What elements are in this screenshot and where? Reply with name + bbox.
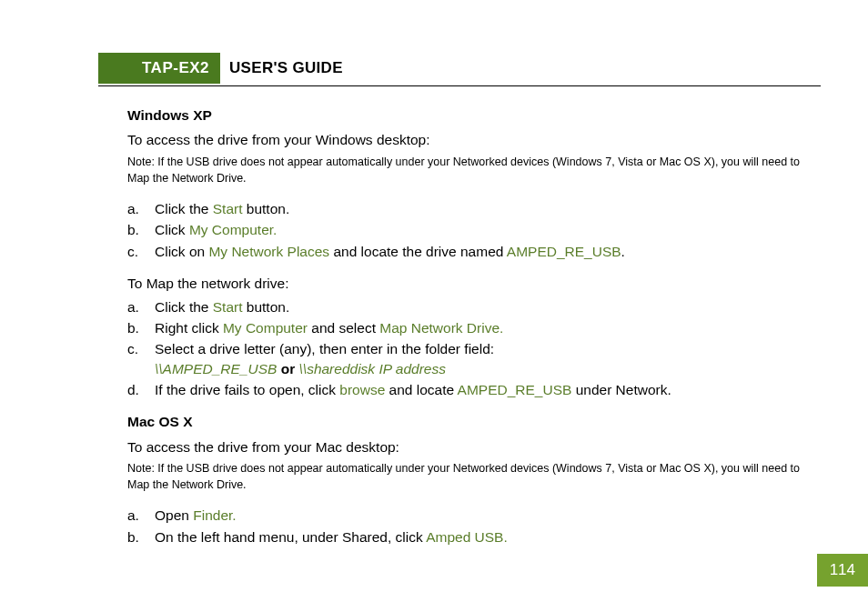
text: and locate bbox=[385, 382, 457, 397]
header-rule bbox=[98, 85, 821, 86]
list-marker: a. bbox=[127, 199, 147, 218]
list-marker: a. bbox=[127, 506, 147, 525]
ui-term: AMPED_RE_USB bbox=[458, 382, 572, 397]
section-heading-winxp: Windows XP bbox=[127, 105, 821, 125]
text: Open bbox=[155, 507, 193, 523]
text: Click the bbox=[155, 299, 213, 315]
path-text: \\AMPED_RE_USB bbox=[155, 361, 277, 376]
list-item: b. Click My Computer. bbox=[155, 220, 821, 239]
text: On the left hand menu, under Shared, cli… bbox=[155, 529, 426, 545]
ui-term: My Network Places bbox=[208, 244, 329, 259]
text: and select bbox=[308, 320, 379, 336]
ui-term: Finder. bbox=[193, 507, 236, 523]
text: or bbox=[277, 361, 298, 376]
section-heading-macosx: Mac OS X bbox=[127, 412, 821, 431]
winxp-steps-access: a. Click the Start button. b. Click My C… bbox=[127, 199, 821, 261]
macosx-note: Note: If the USB drive does not appear a… bbox=[127, 460, 821, 493]
list-item: b. On the left hand menu, under Shared, … bbox=[155, 527, 821, 547]
list-marker: d. bbox=[127, 380, 147, 399]
list-marker: a. bbox=[127, 297, 147, 316]
ui-term: AMPED_RE_USB bbox=[507, 244, 621, 259]
text: Right click bbox=[155, 320, 223, 336]
ui-term: Amped USB. bbox=[426, 529, 508, 545]
text: . bbox=[621, 244, 625, 259]
header-row: TAP-EX2 USER'S GUIDE bbox=[98, 53, 868, 84]
text: Select a drive letter (any), then enter … bbox=[155, 341, 494, 356]
winxp-steps-map: a. Click the Start button. b. Right clic… bbox=[127, 297, 821, 400]
text: Click the bbox=[155, 201, 213, 216]
winxp-intro: To access the drive from your Windows de… bbox=[127, 130, 821, 149]
macosx-steps: a. Open Finder. b. On the left hand menu… bbox=[127, 506, 821, 547]
text: button. bbox=[242, 299, 289, 315]
ui-term: Start bbox=[213, 299, 243, 315]
path-text: \\shareddisk IP address bbox=[299, 361, 446, 376]
list-marker: b. bbox=[127, 318, 147, 337]
doc-title: USER'S GUIDE bbox=[220, 53, 343, 84]
list-item: a. Click the Start button. bbox=[155, 297, 821, 316]
page: TAP-EX2 USER'S GUIDE Windows XP To acces… bbox=[0, 0, 868, 547]
list-marker: c. bbox=[127, 339, 147, 358]
text: button. bbox=[242, 201, 289, 216]
list-item: c. Click on My Network Places and locate… bbox=[155, 242, 821, 261]
list-marker: b. bbox=[127, 527, 147, 547]
text: under Network. bbox=[571, 382, 671, 397]
list-item: d. If the drive fails to open, click bro… bbox=[155, 380, 821, 399]
winxp-note: Note: If the USB drive does not appear a… bbox=[127, 154, 821, 186]
ui-term: browse bbox=[339, 382, 385, 397]
text: and locate the drive named bbox=[329, 244, 507, 259]
list-marker: c. bbox=[127, 242, 147, 261]
product-badge: TAP-EX2 bbox=[98, 53, 220, 84]
winxp-map-intro: To Map the network drive: bbox=[127, 274, 821, 293]
list-item: a. Open Finder. bbox=[155, 506, 821, 525]
list-item: a. Click the Start button. bbox=[155, 199, 821, 218]
list-item: c. Select a drive letter (any), then ent… bbox=[155, 339, 821, 378]
text: If the drive fails to open, click bbox=[155, 382, 339, 397]
ui-term: My Computer. bbox=[189, 222, 277, 237]
list-item: b. Right click My Computer and select Ma… bbox=[155, 318, 821, 337]
text: Click bbox=[155, 222, 189, 237]
ui-term: My Computer bbox=[223, 320, 308, 336]
content: Windows XP To access the drive from your… bbox=[127, 105, 821, 547]
text: Click on bbox=[155, 244, 208, 259]
page-number-badge: 114 bbox=[817, 554, 868, 587]
list-marker: b. bbox=[127, 220, 147, 239]
ui-term: Start bbox=[213, 201, 243, 216]
macosx-intro: To access the drive from your Mac deskto… bbox=[127, 437, 821, 456]
ui-term: Map Network Drive. bbox=[379, 320, 503, 336]
